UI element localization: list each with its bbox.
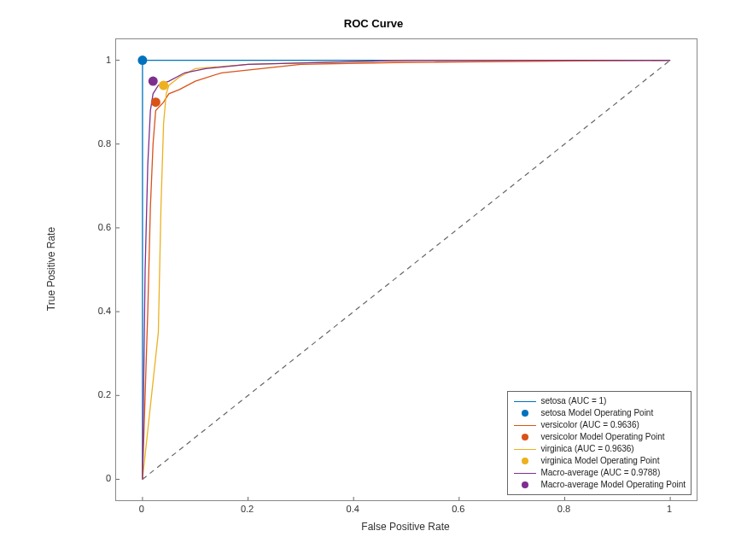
legend: setosa (AUC = 1)setosa Model Operating P… xyxy=(507,391,692,495)
y-tick: 0.8 xyxy=(68,138,111,149)
roc-chart: ROC Curve True Positive Rate False Posit… xyxy=(0,0,747,560)
legend-line-icon xyxy=(513,467,537,479)
y-tick: 0.2 xyxy=(68,389,111,400)
legend-dot-icon xyxy=(513,431,537,443)
operating-point xyxy=(151,97,160,107)
operating-point xyxy=(159,81,168,90)
x-tick: 0.2 xyxy=(241,504,254,514)
legend-line-icon xyxy=(513,395,537,407)
operating-point xyxy=(149,77,158,86)
legend-label: versicolor (AUC = 0.9636) xyxy=(540,419,639,431)
legend-label: virginica (AUC = 0.9636) xyxy=(540,443,633,455)
y-tick: 0.4 xyxy=(68,306,111,316)
y-axis-label: True Positive Rate xyxy=(45,227,57,311)
legend-entry: versicolor (AUC = 0.9636) xyxy=(513,419,686,431)
legend-label: virginica Model Operating Point xyxy=(540,455,659,467)
operating-point xyxy=(137,55,147,65)
x-tick: 0.8 xyxy=(557,504,570,514)
y-tick: 1 xyxy=(68,55,111,65)
legend-label: setosa (AUC = 1) xyxy=(540,395,606,407)
legend-entry: Macro-average Model Operating Point xyxy=(513,479,686,491)
legend-entry: versicolor Model Operating Point xyxy=(513,431,686,443)
plot-area: setosa (AUC = 1)setosa Model Operating P… xyxy=(115,38,697,501)
chart-title: ROC Curve xyxy=(0,17,747,30)
x-tick: 0 xyxy=(139,504,144,514)
legend-dot-icon xyxy=(513,407,537,419)
x-tick: 0.4 xyxy=(347,504,359,514)
x-tick: 1 xyxy=(667,504,672,514)
y-tick: 0 xyxy=(68,473,111,483)
legend-entry: virginica (AUC = 0.9636) xyxy=(513,443,686,455)
legend-label: versicolor Model Operating Point xyxy=(540,431,664,443)
legend-line-icon xyxy=(513,443,537,455)
legend-entry: virginica Model Operating Point xyxy=(513,455,686,467)
legend-line-icon xyxy=(513,419,537,431)
legend-label: Macro-average (AUC = 0.9788) xyxy=(540,467,660,479)
x-axis-label: False Positive Rate xyxy=(361,521,449,533)
legend-entry: setosa (AUC = 1) xyxy=(513,395,686,407)
legend-entry: Macro-average (AUC = 0.9788) xyxy=(513,467,686,479)
legend-dot-icon xyxy=(513,455,537,467)
legend-label: Macro-average Model Operating Point xyxy=(540,479,686,491)
legend-entry: setosa Model Operating Point xyxy=(513,407,686,419)
x-tick: 0.6 xyxy=(452,504,464,514)
legend-label: setosa Model Operating Point xyxy=(540,407,653,419)
y-tick: 0.6 xyxy=(68,222,111,232)
legend-dot-icon xyxy=(513,479,537,491)
